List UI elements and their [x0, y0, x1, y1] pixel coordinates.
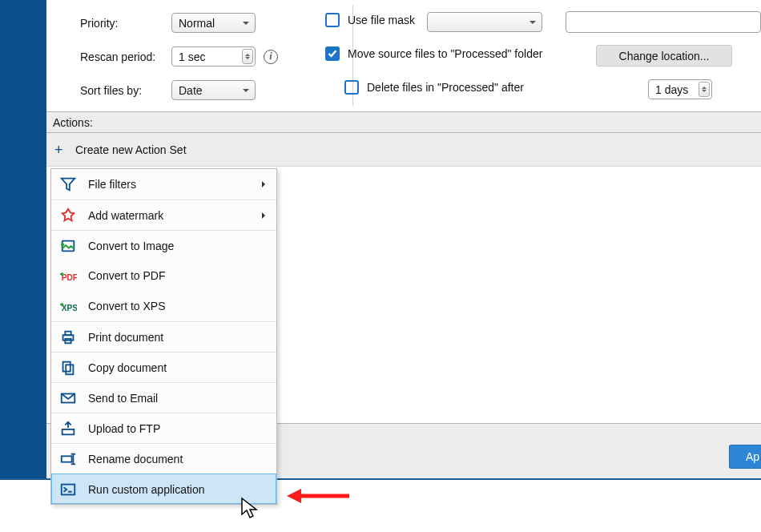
svg-rect-11	[62, 484, 75, 494]
delete-days-value: 1 days	[655, 83, 688, 96]
menu-label: Convert to Image	[88, 240, 174, 252]
menu-label: Rename document	[88, 453, 183, 466]
priority-value: Normal	[179, 17, 215, 30]
usemask-checkbox[interactable]	[325, 13, 340, 27]
action-menu[interactable]: File filters Add watermark Convert to Im…	[50, 168, 277, 505]
menu-email[interactable]: Send to Email	[51, 382, 276, 413]
sort-label: Sort files by:	[80, 84, 163, 97]
rescan-spinner[interactable]: 1 sec	[171, 46, 256, 66]
apply-button[interactable]: Ap	[729, 445, 761, 469]
cursor-icon	[240, 497, 260, 521]
svg-rect-4	[65, 331, 70, 335]
svg-rect-9	[62, 429, 74, 433]
ftp-icon	[58, 418, 79, 439]
pdf-icon: PDF	[58, 265, 79, 286]
copy-icon	[58, 357, 79, 378]
actions-header: Actions:	[53, 116, 93, 129]
menu-label: Copy document	[88, 361, 167, 374]
funnel-icon	[58, 174, 79, 195]
usemask-label: Use file mask	[348, 14, 415, 26]
printer-icon	[58, 327, 79, 348]
submenu-arrow-icon	[262, 212, 268, 219]
rescan-value: 1 sec	[179, 50, 205, 63]
filemask-input[interactable]	[566, 11, 761, 33]
sort-row: Sort files by: Date	[80, 80, 256, 100]
svg-rect-7	[66, 365, 73, 374]
sort-select[interactable]: Date	[171, 80, 256, 100]
usemask-row: Use file mask	[325, 13, 415, 27]
menu-convert-image[interactable]: Convert to Image	[51, 230, 276, 260]
filemask-select[interactable]	[427, 12, 542, 32]
priority-label: Priority:	[80, 17, 163, 30]
submenu-arrow-icon	[262, 181, 268, 187]
settings-form: Priority: Normal Rescan period: 1 sec i …	[46, 0, 761, 112]
check-icon	[328, 49, 337, 58]
terminal-icon	[58, 479, 79, 500]
image-icon	[58, 236, 79, 256]
change-location-button[interactable]: Change location...	[596, 45, 732, 66]
menu-label: Convert to PDF	[88, 269, 165, 282]
priority-row: Priority: Normal	[80, 13, 256, 33]
svg-rect-10	[62, 456, 72, 461]
svg-rect-6	[63, 361, 70, 371]
spinner-buttons-icon[interactable]	[242, 49, 253, 64]
rescan-row: Rescan period: 1 sec i	[80, 46, 278, 66]
deleteafter-checkbox[interactable]	[344, 80, 359, 95]
watermark-icon	[58, 205, 79, 226]
actions-header-bar: Actions:	[46, 112, 761, 133]
svg-marker-13	[287, 489, 301, 503]
menu-convert-pdf[interactable]: PDF Convert to PDF	[51, 260, 276, 291]
menu-rename[interactable]: Rename document	[51, 443, 276, 474]
create-action-set-label: Create new Action Set	[75, 143, 187, 156]
sort-value: Date	[179, 84, 203, 97]
movesrc-row: Move source files to "Processed" folder	[325, 46, 542, 61]
menu-label: Send to Email	[88, 392, 158, 405]
menu-print[interactable]: Print document	[51, 321, 276, 352]
menu-add-watermark[interactable]: Add watermark	[51, 200, 276, 230]
menu-copy[interactable]: Copy document	[51, 352, 276, 382]
spinner-buttons-icon[interactable]	[699, 82, 710, 97]
svg-rect-0	[62, 240, 74, 251]
menu-ftp[interactable]: Upload to FTP	[51, 413, 276, 443]
menu-label: Convert to XPS	[88, 300, 166, 312]
menu-label: File filters	[88, 178, 136, 191]
menu-convert-xps[interactable]: XPS Convert to XPS	[51, 291, 276, 321]
movesrc-label: Move source files to "Processed" folder	[348, 47, 542, 60]
create-action-set-button[interactable]: + Create new Action Set	[46, 133, 761, 167]
change-location-label: Change location...	[619, 50, 710, 62]
email-icon	[58, 388, 79, 409]
menu-label: Upload to FTP	[88, 422, 160, 435]
annotation-arrow-icon	[287, 484, 351, 508]
apply-label: Ap	[746, 450, 759, 463]
svg-rect-5	[65, 338, 70, 343]
rescan-label: Rescan period:	[80, 50, 163, 63]
menu-label: Run custom application	[88, 483, 205, 496]
left-strip	[0, 0, 46, 480]
priority-select[interactable]: Normal	[171, 13, 256, 33]
plus-icon: +	[54, 143, 67, 157]
deleteafter-label: Delete files in "Processed" after	[367, 81, 524, 94]
deleteafter-row: Delete files in "Processed" after	[344, 80, 524, 95]
xps-icon: XPS	[58, 296, 79, 316]
delete-days-spinner[interactable]: 1 days	[648, 79, 712, 99]
menu-label: Add watermark	[88, 209, 163, 222]
rename-icon	[58, 449, 79, 470]
menu-file-filters[interactable]: File filters	[51, 169, 276, 200]
movesrc-checkbox[interactable]	[325, 46, 340, 61]
menu-label: Print document	[88, 331, 163, 344]
info-icon[interactable]: i	[264, 50, 278, 64]
